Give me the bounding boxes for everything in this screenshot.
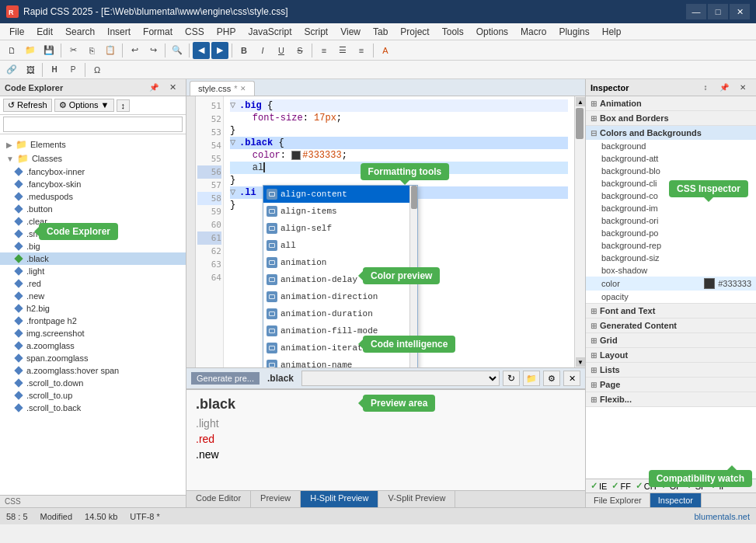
- ins-pin-btn[interactable]: 📌: [716, 79, 733, 96]
- ins-btab-inspector[interactable]: Inspector: [650, 493, 702, 507]
- menu-format[interactable]: Format: [137, 25, 179, 39]
- tb-save[interactable]: 💾: [40, 42, 57, 59]
- refresh-button[interactable]: ↺ ↺ RefreshRefresh: [3, 99, 52, 112]
- btab-preview[interactable]: Preview: [251, 491, 301, 507]
- tree-item-small[interactable]: .small: [0, 228, 186, 240]
- scroll-down-btn[interactable]: ▼: [576, 357, 585, 367]
- tree-item-scroll-back[interactable]: .scroll_to.back: [0, 402, 186, 414]
- code-explorer-search[interactable]: [3, 117, 183, 132]
- tb-new[interactable]: 🗋: [3, 42, 20, 59]
- tree-item-black[interactable]: .black: [0, 252, 186, 265]
- ins-item-box-shadow[interactable]: box-shadow: [586, 264, 756, 277]
- generate-input-display[interactable]: Generate pre...: [191, 372, 260, 385]
- tree-item-hover-span[interactable]: a.zoomglass:hover span: [0, 364, 186, 377]
- menu-php[interactable]: PHP: [211, 25, 242, 39]
- ins-item-background-att[interactable]: background-att: [586, 152, 756, 165]
- sort-button[interactable]: ↕: [117, 99, 131, 112]
- ins-section-box-header[interactable]: ⊞ Box and Borders: [586, 111, 756, 125]
- ins-section-page-header[interactable]: ⊞ Page: [586, 378, 756, 392]
- ac-item-align-items[interactable]: align-items: [263, 203, 417, 220]
- ins-section-flex-header[interactable]: ⊞ Flexib...: [586, 392, 756, 406]
- tb-color[interactable]: A: [377, 42, 394, 59]
- tree-item-fancybox-inner[interactable]: .fancybox-inner: [0, 165, 186, 178]
- ins-section-layout-header[interactable]: ⊞ Layout: [586, 348, 756, 362]
- tab-close-icon[interactable]: ✕: [240, 85, 246, 92]
- menu-javascript[interactable]: JavaScript: [242, 25, 298, 39]
- tb-open[interactable]: 📁: [22, 42, 39, 59]
- tree-item-zoomglass[interactable]: a.zoomglass: [0, 339, 186, 352]
- ins-item-background-cli[interactable]: background-cli: [586, 177, 756, 190]
- tree-item-new[interactable]: .new: [0, 290, 186, 302]
- ac-item-animation-delay[interactable]: animation-delay: [263, 271, 417, 288]
- tb-align-left[interactable]: ≡: [315, 42, 333, 59]
- ac-item-align-self[interactable]: align-self: [263, 220, 417, 237]
- minimize-button[interactable]: —: [686, 4, 706, 19]
- tb-nav-fwd[interactable]: ▶: [211, 42, 228, 59]
- tb-link[interactable]: 🔗: [3, 61, 20, 78]
- btab-h-split[interactable]: H-Split Preview: [301, 491, 378, 507]
- tab-style-css[interactable]: style.css * ✕: [190, 81, 255, 96]
- ins-item-background-ori[interactable]: background-ori: [586, 214, 756, 227]
- tb-paste[interactable]: 📋: [102, 42, 119, 59]
- tb-img[interactable]: 🖼: [22, 61, 39, 78]
- tb-undo[interactable]: ↩: [126, 42, 143, 59]
- ins-item-background[interactable]: background: [586, 140, 756, 152]
- ins-section-colors-header[interactable]: ⊟ Colors and Backgrounds: [586, 126, 756, 140]
- gen-refresh-btn[interactable]: ↻: [503, 371, 520, 386]
- menu-view[interactable]: View: [334, 25, 367, 39]
- tree-folder-classes[interactable]: ▼ 📁 Classes: [0, 151, 186, 165]
- editor-vscrollbar[interactable]: ▲ ▼: [574, 96, 585, 367]
- tb-u[interactable]: U: [273, 42, 290, 59]
- tb-nav-back[interactable]: ◀: [193, 42, 210, 59]
- ins-btab-file-explorer[interactable]: File Explorer: [586, 493, 650, 507]
- menu-plugins[interactable]: Plugins: [552, 25, 595, 39]
- gen-settings-btn[interactable]: ⚙: [543, 371, 560, 386]
- ins-item-background-rep[interactable]: background-rep: [586, 239, 756, 252]
- ac-item-align-content[interactable]: align-content: [263, 186, 417, 203]
- tree-item-scroll-up[interactable]: .scroll_to.up: [0, 389, 186, 402]
- tb-b[interactable]: B: [235, 42, 253, 59]
- ins-section-grid-header[interactable]: ⊞ Grid: [586, 333, 756, 347]
- gen-close-btn[interactable]: ✕: [563, 371, 580, 386]
- tb-redo[interactable]: ↪: [145, 42, 162, 59]
- menu-file[interactable]: File: [3, 25, 30, 39]
- ins-section-font-header[interactable]: ⊞ Font and Text: [586, 304, 756, 318]
- pin-icon[interactable]: 📌: [145, 79, 162, 96]
- tree-item-screenshot[interactable]: img.screenshot: [0, 327, 186, 339]
- tree-item-h2big[interactable]: h2.big: [0, 302, 186, 315]
- menu-css[interactable]: CSS: [179, 25, 211, 39]
- close-button[interactable]: ✕: [730, 4, 750, 19]
- menu-insert[interactable]: Insert: [101, 25, 137, 39]
- tree-item-span-zoomglass[interactable]: span.zoomglass: [0, 352, 186, 364]
- tb-cut[interactable]: ✂: [64, 42, 82, 59]
- menu-search[interactable]: Search: [59, 25, 101, 39]
- tree-item-frontpage-h2[interactable]: .frontpage h2: [0, 315, 186, 327]
- menu-help[interactable]: Help: [596, 25, 628, 39]
- menu-options[interactable]: Options: [470, 25, 514, 39]
- tb-align-right[interactable]: ≡: [353, 42, 370, 59]
- ac-item-all[interactable]: all: [263, 237, 417, 254]
- menu-tab[interactable]: Tab: [367, 25, 394, 39]
- gen-folder-btn[interactable]: 📁: [523, 371, 540, 386]
- ins-section-animation-header[interactable]: ⊞ Animation: [586, 96, 756, 110]
- tree-item-red[interactable]: .red: [0, 277, 186, 290]
- tb-copy[interactable]: ⎘: [83, 42, 100, 59]
- ins-item-background-siz[interactable]: background-siz: [586, 252, 756, 264]
- gen-combo[interactable]: [301, 371, 500, 386]
- menu-edit[interactable]: Edit: [30, 25, 59, 39]
- tb-s[interactable]: S: [291, 42, 308, 59]
- scroll-up-btn[interactable]: ▲: [576, 97, 585, 106]
- ins-item-background-blo[interactable]: background-blo: [586, 165, 756, 177]
- tree-item-button[interactable]: .button: [0, 203, 186, 215]
- ins-item-background-im[interactable]: background-im: [586, 202, 756, 214]
- options-button[interactable]: ⚙ Options ▼: [54, 99, 114, 112]
- maximize-button[interactable]: □: [708, 4, 728, 19]
- ins-item-color[interactable]: color #333333: [586, 277, 756, 291]
- tree-item-scroll-down[interactable]: .scroll_to.down: [0, 377, 186, 389]
- ac-scrollbar[interactable]: [409, 186, 417, 367]
- tb-h1[interactable]: H: [46, 61, 63, 78]
- ins-item-opacity[interactable]: opacity: [586, 291, 756, 303]
- ins-close-btn[interactable]: ✕: [734, 79, 751, 96]
- ins-section-lists-header[interactable]: ⊞ Lists: [586, 363, 756, 377]
- ac-item-animation[interactable]: animation: [263, 254, 417, 271]
